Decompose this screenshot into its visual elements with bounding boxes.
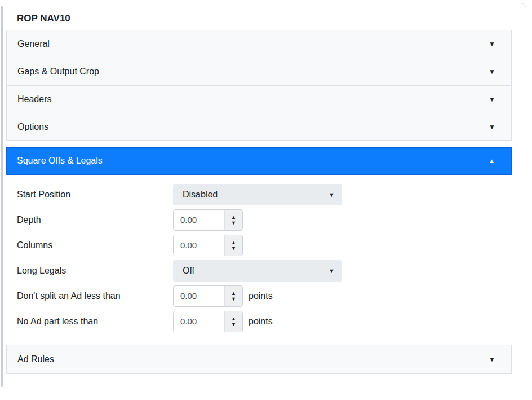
- no-ad-part-input[interactable]: 0.00 ▲ ▼: [173, 311, 243, 332]
- accordion-label: Ad Rules: [17, 354, 54, 364]
- page-title: ROP NAV10: [6, 9, 512, 30]
- field-label: Start Position: [17, 190, 173, 200]
- field-label: No Ad part less than: [17, 317, 173, 327]
- no-ad-part-spinner: ▲ ▼: [224, 311, 242, 332]
- form-row-no-ad-part: No Ad part less than 0.00 ▲ ▼ points: [6, 311, 512, 332]
- chevron-down-icon: ▼: [489, 41, 495, 47]
- accordion-header-square-offs-legals[interactable]: Square Offs & Legals ▲: [6, 147, 512, 175]
- columns-input[interactable]: 0.00 ▲ ▼: [173, 235, 243, 256]
- accordion-label: Square Offs & Legals: [17, 156, 103, 166]
- chevron-down-icon: ▼: [329, 268, 335, 274]
- accordion-label: Headers: [17, 94, 51, 104]
- spin-down-button[interactable]: ▼: [225, 296, 242, 302]
- select-value: Off: [183, 266, 194, 276]
- settings-accordion: General ▼ Gaps & Output Crop ▼ Headers ▼…: [6, 30, 512, 374]
- select-value: Disabled: [183, 190, 218, 200]
- form-row-columns: Columns 0.00 ▲ ▼: [6, 235, 512, 256]
- input-value: 0.00: [174, 286, 224, 306]
- form-row-depth: Depth 0.00 ▲ ▼: [6, 209, 512, 231]
- form-row-long-legals: Long Legals Off ▼: [6, 260, 512, 282]
- chevron-down-icon: ▼: [489, 68, 495, 75]
- long-legals-select[interactable]: Off ▼: [173, 260, 342, 282]
- spin-down-button[interactable]: ▼: [225, 322, 242, 327]
- spin-down-button[interactable]: ▼: [225, 245, 242, 251]
- accordion-header-headers[interactable]: Headers ▼: [6, 85, 512, 113]
- expanded-section-square-offs-legals: Square Offs & Legals ▲ Start Position Di…: [6, 147, 512, 345]
- chevron-down-icon: ▼: [489, 124, 495, 130]
- chevron-down-icon: ▼: [489, 356, 495, 363]
- spin-up-button[interactable]: ▲: [225, 316, 242, 322]
- dont-split-ad-spinner: ▲ ▼: [224, 286, 242, 306]
- field-label: Depth: [17, 215, 173, 225]
- input-value: 0.00: [174, 210, 224, 230]
- unit-label: points: [249, 291, 273, 301]
- chevron-up-icon: ▲: [489, 157, 495, 164]
- form-row-start-position: Start Position Disabled ▼: [6, 184, 512, 205]
- depth-input[interactable]: 0.00 ▲ ▼: [173, 209, 243, 231]
- spin-up-button[interactable]: ▲: [225, 291, 242, 296]
- accordion-header-gaps-output-crop[interactable]: Gaps & Output Crop ▼: [6, 58, 512, 86]
- input-value: 0.00: [174, 235, 224, 256]
- accordion-label: Options: [17, 122, 48, 132]
- field-label: Long Legals: [17, 266, 173, 276]
- square-offs-legals-form: Start Position Disabled ▼ Depth 0.00 ▲: [6, 175, 512, 345]
- accordion-label: Gaps & Output Crop: [17, 67, 99, 77]
- spin-down-button[interactable]: ▼: [225, 220, 242, 226]
- accordion-header-options[interactable]: Options ▼: [6, 113, 512, 141]
- input-value: 0.00: [174, 311, 224, 332]
- left-scrollbar-thumb[interactable]: [1, 6, 3, 387]
- spin-up-button[interactable]: ▲: [225, 240, 242, 245]
- depth-spinner: ▲ ▼: [224, 210, 242, 230]
- accordion-header-general[interactable]: General ▼: [6, 30, 512, 58]
- field-label: Columns: [17, 240, 173, 250]
- spin-up-button[interactable]: ▲: [225, 214, 242, 220]
- chevron-down-icon: ▼: [329, 192, 335, 198]
- columns-spinner: ▲ ▼: [224, 235, 242, 256]
- settings-page: ROP NAV10 General ▼ Gaps & Output Crop ▼…: [0, 0, 532, 400]
- field-label: Don't split an Ad less than: [17, 291, 173, 301]
- unit-label: points: [249, 317, 273, 327]
- panel-right-divider: [515, 7, 515, 400]
- accordion-header-ad-rules[interactable]: Ad Rules ▼: [6, 345, 512, 374]
- chevron-down-icon: ▼: [489, 96, 495, 103]
- properties-panel: ROP NAV10 General ▼ Gaps & Output Crop ▼…: [6, 9, 512, 374]
- form-row-dont-split-ad: Don't split an Ad less than 0.00 ▲ ▼ poi…: [6, 285, 512, 307]
- dont-split-ad-input[interactable]: 0.00 ▲ ▼: [173, 285, 243, 307]
- accordion-label: General: [17, 39, 50, 49]
- start-position-select[interactable]: Disabled ▼: [173, 184, 342, 205]
